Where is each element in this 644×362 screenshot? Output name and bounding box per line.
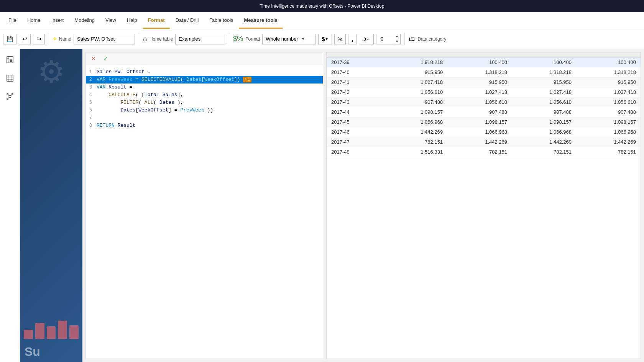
menu-view[interactable]: View — [100, 12, 122, 29]
menu-home[interactable]: Home — [22, 12, 46, 29]
undo-icon: ↩ — [22, 35, 27, 43]
table-row: 2017-46 1.442.269 1.066.968 1.066.968 1.… — [327, 127, 641, 137]
cell-c4: 1.056.610 — [576, 97, 641, 107]
name-input[interactable] — [74, 34, 135, 44]
editor-panel: ✕ ✓ 1 Sales PW. Offset = 2 VAR PrevWeek … — [85, 52, 323, 359]
menu-help[interactable]: Help — [122, 12, 143, 29]
spin-buttons: ▲ ▼ — [394, 34, 400, 44]
code-area[interactable]: 1 Sales PW. Offset = 2 VAR PrevWeek = SE… — [86, 65, 323, 359]
code-line-8: 8 RETURN Result — [86, 122, 323, 129]
cancel-edit-button[interactable]: ✕ — [89, 54, 98, 63]
svg-line-15 — [8, 97, 9, 98]
format-dropdown[interactable]: Whole number ▼ — [262, 34, 316, 44]
code-line-3: 3 VAR Result = — [86, 84, 323, 91]
svg-rect-3 — [10, 60, 12, 62]
currency-button[interactable]: $ ▼ — [318, 34, 332, 44]
cell-week: 2017-42 — [327, 87, 383, 97]
cell-c1: 782.151 — [383, 137, 447, 147]
spin-down[interactable]: ▼ — [394, 39, 400, 44]
cell-c1: 1.027.418 — [383, 77, 447, 87]
cell-week: 2017-47 — [327, 137, 383, 147]
home-table-select[interactable]: Examples — [175, 34, 225, 44]
menu-format[interactable]: Format — [143, 12, 170, 29]
undo-button[interactable]: ↩ — [19, 34, 31, 44]
redo-button[interactable]: ↪ — [33, 34, 45, 44]
cell-c2: 1.442.269 — [447, 137, 512, 147]
sidebar-model-view[interactable] — [4, 90, 16, 103]
cell-c4: 907.488 — [576, 107, 641, 117]
table-row: 2017-39 1.918.218 100.400 100.400 100.40… — [327, 57, 641, 67]
table-row: 2017-41 1.027.418 915.950 915.950 915.95… — [327, 77, 641, 87]
menu-insert[interactable]: Insert — [46, 12, 69, 29]
cell-c2: 1.318.218 — [447, 67, 512, 77]
editor-toolbar: ✕ ✓ — [86, 52, 323, 65]
decimal-decrease-icon: .0← — [362, 37, 370, 41]
cell-week: 2017-39 — [327, 57, 383, 67]
cell-c3: 907.488 — [512, 107, 576, 117]
format-label: Format — [245, 36, 260, 42]
cell-week: 2017-45 — [327, 117, 383, 127]
cell-c4: 1.442.269 — [576, 137, 641, 147]
table-header-row — [327, 52, 641, 57]
divider-4 — [404, 33, 405, 45]
title-bar: Time Intelligence made easy with Offsets… — [0, 0, 644, 12]
col-header-1 — [383, 52, 447, 57]
svg-line-14 — [10, 95, 12, 96]
menu-modeling[interactable]: Modeling — [69, 12, 100, 29]
data-table-container[interactable]: 2017-39 1.918.218 100.400 100.400 100.40… — [326, 52, 641, 359]
percent-button[interactable]: % — [334, 34, 346, 44]
menu-measuretools[interactable]: Measure tools — [239, 12, 283, 29]
currency-symbol: $ — [322, 36, 325, 42]
cell-c1: 1.066.968 — [383, 117, 447, 127]
menu-tabletools[interactable]: Table tools — [204, 12, 238, 29]
decimal-input[interactable] — [376, 36, 394, 42]
col-header-2 — [447, 52, 512, 57]
home-icon: ⌂ — [143, 35, 147, 43]
redo-icon: ↪ — [36, 35, 41, 43]
menu-bar: File Home Insert Modeling View Help Form… — [0, 12, 644, 29]
cell-c1: 1.442.269 — [383, 127, 447, 137]
sidebar-report-view[interactable] — [4, 54, 16, 66]
cell-c3: 1.442.269 — [512, 137, 576, 147]
cell-c4: 915.950 — [576, 77, 641, 87]
svg-point-12 — [7, 98, 8, 100]
save-icon: 💾 — [7, 36, 13, 42]
data-table: 2017-39 1.918.218 100.400 100.400 100.40… — [327, 52, 641, 157]
cell-c1: 907.488 — [383, 97, 447, 107]
code-line-6: 6 Dates[WeekOffset] = PrevWeek )) — [86, 106, 323, 114]
format-section: $% Format Whole number ▼ — [233, 34, 316, 44]
decimal-spinner: ▲ ▼ — [376, 34, 401, 44]
code-line-5: 5 FILTER( ALL( Dates ), — [86, 99, 323, 106]
sidebar-table-view[interactable] — [4, 72, 16, 84]
cell-c2: 782.151 — [447, 147, 512, 157]
confirm-edit-button[interactable]: ✓ — [101, 54, 110, 63]
decimal-decrease-button[interactable]: .0← — [359, 34, 373, 44]
left-sidebar — [0, 49, 20, 362]
cell-week: 2017-48 — [327, 147, 383, 157]
spin-up[interactable]: ▲ — [394, 34, 400, 39]
name-section: ⌖ Name — [53, 34, 135, 44]
data-category-section: 🗂 Data category — [409, 35, 447, 43]
cell-c3: 782.151 — [512, 147, 576, 157]
bg-text-su: Su — [25, 345, 40, 359]
cell-c2: 915.950 — [447, 77, 512, 87]
cell-c3: 1.066.968 — [512, 127, 576, 137]
name-icon: ⌖ — [53, 35, 57, 43]
svg-rect-4 — [7, 75, 13, 82]
table-row: 2017-47 782.151 1.442.269 1.442.269 1.44… — [327, 137, 641, 147]
code-line-2: 2 VAR PrevWeek = SELECTEDVALUE( Dates[We… — [86, 76, 323, 84]
home-table-label: Home table — [150, 36, 173, 42]
code-line-4: 4 CALCULATE( [Total Sales], — [86, 91, 323, 99]
title-text: Time Intelligence made easy with Offsets… — [260, 3, 384, 9]
divider-1 — [49, 33, 49, 45]
cell-c1: 1.516.331 — [383, 147, 447, 157]
menu-datadrill[interactable]: Data / Drill — [170, 12, 204, 29]
menu-file[interactable]: File — [3, 12, 22, 29]
save-button[interactable]: 💾 — [3, 34, 16, 44]
col-header-4 — [576, 52, 641, 57]
cell-week: 2017-46 — [327, 127, 383, 137]
divider-2 — [139, 33, 139, 45]
table-row: 2017-42 1.056.610 1.027.418 1.027.418 1.… — [327, 87, 641, 97]
comma-button[interactable]: , — [348, 34, 356, 44]
cell-week: 2017-43 — [327, 97, 383, 107]
